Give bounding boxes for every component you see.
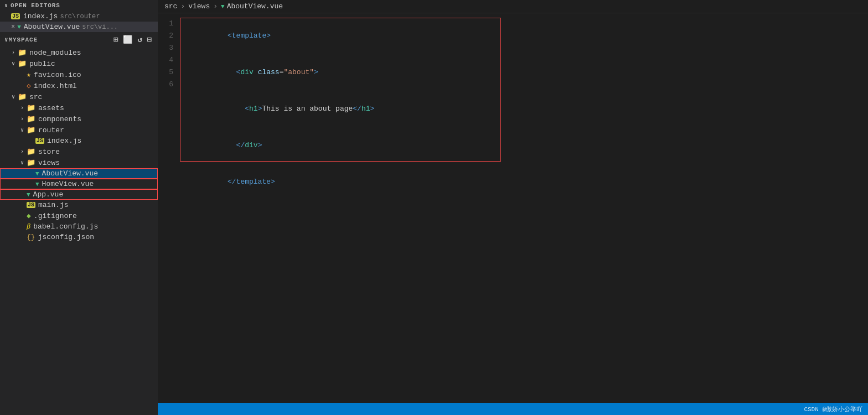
folder-label-public: 📁 public bbox=[18, 59, 55, 68]
folder-chevron-components: › bbox=[18, 116, 27, 122]
open-file-index-js[interactable]: JS index.js src\router bbox=[0, 11, 158, 22]
refresh-icon[interactable]: ↺ bbox=[136, 34, 143, 45]
open-editors-label: OPEN EDITORS bbox=[11, 2, 60, 9]
tree-store[interactable]: › 📁 store bbox=[0, 146, 158, 157]
folder-chevron-assets: › bbox=[18, 105, 27, 111]
folder-label-components: 📁 components bbox=[27, 115, 81, 123]
file-label-favicon: ★ favicon.ico bbox=[27, 70, 81, 79]
new-folder-icon[interactable]: ⬜ bbox=[122, 34, 134, 45]
tree-assets[interactable]: › 📁 assets bbox=[0, 102, 158, 113]
tree-appvue[interactable]: ▼ App.vue bbox=[0, 189, 158, 200]
breadcrumb: src › views › ▼ AboutView.vue bbox=[158, 0, 868, 13]
tag-close: > bbox=[314, 68, 318, 76]
file-label-babel: β babel.config.js bbox=[27, 222, 98, 231]
tree-src[interactable]: ∨ 📁 src bbox=[0, 91, 158, 102]
editor-area: src › views › ▼ AboutView.vue 1 2 3 4 5 … bbox=[158, 0, 868, 415]
folder-chevron-store: › bbox=[18, 149, 27, 155]
explorer-chevron: ∨ bbox=[4, 36, 9, 43]
line-number-1: 1 bbox=[158, 18, 173, 30]
sidebar: ∨ OPEN EDITORS JS index.js src\router × … bbox=[0, 0, 158, 415]
watermark-text: CSDN @傲娇小公举吖 bbox=[804, 405, 862, 413]
open-file-path-about: src\vi... bbox=[82, 23, 118, 31]
breadcrumb-vue-icon: ▼ bbox=[221, 3, 225, 10]
attr-class: class bbox=[258, 68, 280, 76]
file-label-html: ◇ index.html bbox=[27, 81, 77, 90]
folder-label-router: 📁 router bbox=[27, 126, 64, 134]
code-editor[interactable]: 1 2 3 4 5 6 <template> <div class="about… bbox=[158, 13, 868, 403]
file-label-jsconfig: {} jsconfig.json bbox=[27, 233, 94, 241]
code-line-1: <template> bbox=[184, 18, 868, 54]
vue-file-icon: ▼ bbox=[17, 24, 21, 30]
breadcrumb-filename: AboutView.vue bbox=[227, 2, 283, 11]
code-line-5: </template> bbox=[184, 164, 868, 200]
main-layout: ∨ OPEN EDITORS JS index.js src\router × … bbox=[0, 0, 868, 415]
open-file-aboutview[interactable]: × ▼ AboutView.vue src\vi... bbox=[0, 22, 158, 32]
file-label-router-index: JS index.js bbox=[35, 137, 81, 145]
folder-label-assets: 📁 assets bbox=[27, 103, 64, 112]
open-file-name-about: AboutView.vue bbox=[24, 23, 80, 31]
tree-components[interactable]: › 📁 components bbox=[0, 113, 158, 124]
collapse-icon[interactable]: ⊟ bbox=[146, 34, 153, 45]
line-number-5: 5 bbox=[158, 66, 173, 79]
file-label-gitignore: ◆ .gitignore bbox=[27, 211, 77, 220]
tag-indent: < bbox=[228, 68, 240, 76]
open-editors-header[interactable]: ∨ OPEN EDITORS bbox=[0, 0, 158, 11]
breadcrumb-views: views bbox=[188, 2, 210, 11]
code-line-3: <h1>This is an about page</h1> bbox=[184, 91, 868, 127]
tree-node-modules[interactable]: › 📁 node_modules bbox=[0, 47, 158, 58]
tree-router[interactable]: ∨ 📁 router bbox=[0, 124, 158, 136]
breadcrumb-sep2: › bbox=[213, 2, 218, 11]
file-label-homeview: ▼ HomeView.vue bbox=[35, 180, 94, 188]
open-editors-chevron: ∨ bbox=[4, 2, 8, 9]
attr-value-about: "about" bbox=[283, 68, 314, 76]
code-content: <template> <div class="about"> <h1>This … bbox=[180, 18, 868, 398]
tree-homeview[interactable]: ▼ HomeView.vue bbox=[0, 179, 158, 189]
tag-div: div bbox=[240, 68, 253, 76]
file-label-aboutview: ▼ AboutView.vue bbox=[35, 169, 98, 178]
folder-label-src: 📁 src bbox=[18, 92, 42, 101]
folder-chevron-views: ∨ bbox=[18, 159, 27, 166]
explorer-header[interactable]: ∨ MYSPACE ⊞ ⬜ ↺ ⊟ bbox=[0, 32, 158, 47]
file-label-main-js: JS main.js bbox=[27, 201, 69, 209]
tree-router-index[interactable]: JS index.js bbox=[0, 136, 158, 146]
open-file-path: src\router bbox=[60, 13, 100, 20]
folder-label-views: 📁 views bbox=[27, 158, 60, 167]
line-number-2: 2 bbox=[158, 30, 173, 42]
js-icon: JS bbox=[11, 13, 20, 19]
line-number-4: 4 bbox=[158, 54, 173, 66]
bottom-bar: CSDN @傲娇小公举吖 bbox=[158, 403, 868, 415]
tree-gitignore[interactable]: ◆ .gitignore bbox=[0, 210, 158, 221]
file-label-appvue: ▼ App.vue bbox=[27, 190, 63, 199]
tree-jsconfig[interactable]: {} jsconfig.json bbox=[0, 232, 158, 242]
folder-chevron-public: ∨ bbox=[9, 60, 18, 67]
line-numbers: 1 2 3 4 5 6 bbox=[158, 18, 180, 398]
explorer-label: MYSPACE bbox=[9, 37, 38, 43]
folder-chevron-src: ∨ bbox=[9, 94, 18, 100]
tree-aboutview[interactable]: ▼ AboutView.vue bbox=[0, 168, 158, 179]
folder-label-store: 📁 store bbox=[27, 147, 60, 156]
explorer-section: ∨ MYSPACE ⊞ ⬜ ↺ ⊟ › 📁 node_modules bbox=[0, 32, 158, 242]
folder-label: 📁 node_modules bbox=[18, 48, 81, 57]
line-number-6: 6 bbox=[158, 79, 173, 91]
tree-index-html[interactable]: ◇ index.html bbox=[0, 80, 158, 91]
new-file-icon[interactable]: ⊞ bbox=[112, 34, 120, 45]
explorer-actions: ⊞ ⬜ ↺ ⊟ bbox=[112, 34, 153, 45]
breadcrumb-src: src bbox=[164, 2, 177, 11]
code-line-6 bbox=[184, 200, 868, 212]
breadcrumb-sep1: › bbox=[180, 2, 185, 11]
tree-public[interactable]: ∨ 📁 public bbox=[0, 58, 158, 69]
tag-space bbox=[254, 68, 258, 76]
line-number-3: 3 bbox=[158, 42, 173, 54]
tag-open: <template> bbox=[228, 32, 271, 40]
tree-views[interactable]: ∨ 📁 views bbox=[0, 157, 158, 168]
tree-babel[interactable]: β babel.config.js bbox=[0, 221, 158, 232]
code-line-2: <div class="about"> bbox=[184, 54, 868, 91]
folder-chevron-router: ∨ bbox=[18, 127, 27, 133]
tree-main-js[interactable]: JS main.js bbox=[0, 200, 158, 210]
folder-chevron: › bbox=[9, 50, 18, 56]
close-tab-icon[interactable]: × bbox=[11, 23, 15, 31]
tree-favicon[interactable]: ★ favicon.ico bbox=[0, 69, 158, 80]
open-editors-section: ∨ OPEN EDITORS JS index.js src\router × … bbox=[0, 0, 158, 32]
open-file-name: index.js bbox=[23, 12, 58, 20]
code-line-4: </div> bbox=[184, 127, 868, 164]
